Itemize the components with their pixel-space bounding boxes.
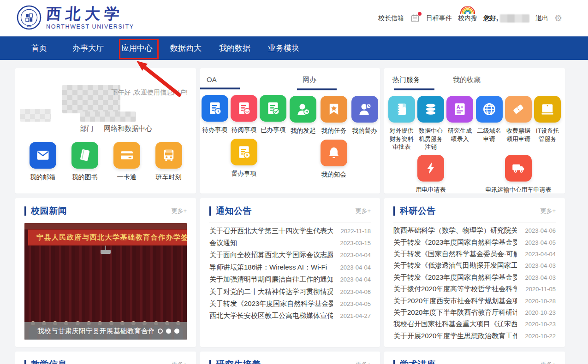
department-label: 部门 [80, 124, 94, 132]
app-shortcut[interactable]: 用电申请表 [387, 154, 475, 202]
news-photo-carousel[interactable]: 宁县人民政府与西北大学基础教育合作办学签约 我校与甘肃庆阳宁县开展基础教育合作办 [24, 223, 187, 340]
app-shortcut[interactable]: 待办事项 [200, 94, 229, 134]
research-item-title[interactable]: 关于转发《2023年度国家自然科学基金委 [393, 238, 517, 247]
notice-item-title[interactable]: 关于面向全校招募西北大学国际会议志愿者 [209, 251, 333, 259]
app-shortcut[interactable]: 一卡通 [106, 142, 148, 182]
university-name-cn: 西北大学 [46, 6, 135, 22]
research-item-row[interactable]: 关于2020年度下半年陕西省教育厅科研计2020-10-23 [393, 307, 556, 318]
nav-item[interactable]: 办事大厅 [64, 36, 113, 60]
research-item-title[interactable]: 关于转发《低渗透油气田勘探开发国家工程 [393, 261, 517, 270]
notice-item-row[interactable]: 导师讲坛第186讲：Wireless AI：Wi-Fi2023-04-04 [209, 261, 371, 273]
notice-item-title[interactable]: 关于对党的二十大精神传达学习贯彻情况开 [209, 288, 333, 296]
vertical-divider [288, 91, 288, 187]
app-shortcut[interactable]: 我的督办 [349, 95, 380, 135]
app-shortcut[interactable]: 数据中心机房服务注销 [416, 95, 445, 151]
research-item-row[interactable]: 关于转发《2023年度国家自然科学基金委2023-04-03 [393, 272, 556, 283]
database-icon [417, 96, 444, 123]
notice-item-title[interactable]: 关于转发《2023年度国家自然科学基金委 [209, 299, 333, 308]
nav-item[interactable]: 数据西大 [161, 36, 210, 60]
research-item-date: 2023-04-04 [525, 251, 556, 258]
research-item-title[interactable]: 陕西基础科学（数学、物理学）研究院关于 [393, 226, 517, 235]
research-item-row[interactable]: 我校召开国家社科基金重大项目《辽宋西夏2020-10-23 [393, 318, 556, 330]
research-item-title[interactable]: 我校召开国家社科基金重大项目《辽宋西夏 [393, 320, 517, 329]
notice-item-row[interactable]: 关于召开西北大学第三十四次学生代表大2022-11-18 [209, 225, 371, 237]
app-label: 我的知会 [321, 170, 346, 179]
nav-item[interactable]: 业务模块 [259, 36, 308, 60]
research-item-row[interactable]: 关于开展2020年度学生思想政治教育工作2020-10-22 [393, 330, 556, 342]
app-shortcut[interactable]: 我的邮箱 [22, 142, 64, 182]
notice-item-row[interactable]: 会议通知2023-03-15 [209, 237, 371, 249]
research-item-row[interactable]: 陕西基础科学（数学、物理学）研究院关于2023-04-06 [393, 225, 556, 236]
more-link[interactable]: 更多+ [355, 360, 371, 364]
app-shortcut[interactable]: 二级域名申请 [475, 95, 504, 151]
person-clock-icon [351, 96, 378, 123]
settings-gear-icon[interactable]: ⚙ [554, 14, 562, 23]
rainbow-icon [460, 6, 475, 15]
notice-item-row[interactable]: 关于面向全校招募西北大学国际会议志愿者2023-04-04 [209, 249, 371, 261]
university-logo[interactable]: 1902 西北大学 NORTHWEST UNIVERSITY [17, 5, 134, 32]
nav-item[interactable]: 首页 [15, 36, 64, 60]
campus-search-link[interactable]: 校内搜 [458, 14, 477, 23]
app-shortcut[interactable]: 已办事项 [259, 94, 288, 134]
app-shortcut[interactable]: 我的发起 [288, 95, 319, 135]
notice-item-title[interactable]: 关于召开西北大学第三十四次学生代表大 [209, 227, 333, 235]
tab-my-favorites[interactable]: 我的收藏 [453, 76, 481, 90]
president-mailbox-link[interactable]: 校长信箱 [378, 14, 404, 23]
carousel-dot[interactable] [166, 329, 171, 334]
tab-wangban[interactable]: 网办 [303, 76, 380, 84]
notice-item-row[interactable]: 关于转发《2023年度国家自然科学基金委2023-04-05 [209, 298, 371, 310]
logout-link[interactable]: 退出 [535, 14, 548, 23]
app-label: 我的邮箱 [30, 173, 56, 182]
more-link[interactable]: 更多+ [355, 207, 371, 215]
app-label: 二级域名申请 [475, 127, 503, 143]
research-item-title[interactable]: 关于2020年度下半年陕西省教育厅科研计 [393, 308, 517, 317]
app-shortcut[interactable]: 电讯运输中心用车申请表 [475, 154, 562, 202]
schedule-events-link[interactable]: 日程事件 [426, 14, 452, 23]
more-link[interactable]: 更多+ [171, 207, 187, 215]
notice-item-row[interactable]: 关于加强清明节期间廉洁自律工作的通知2023-04-04 [209, 274, 371, 286]
research-item-row[interactable]: 关于转发《低渗透油气田勘探开发国家工程2023-04-03 [393, 260, 556, 271]
app-shortcut[interactable]: A研究生成绩录入 [445, 95, 475, 151]
nav-item[interactable]: 应用中心 [113, 36, 161, 60]
notice-item-title[interactable]: 关于加强清明节期间廉洁自律工作的通知 [209, 275, 333, 284]
research-item-row[interactable]: 关于拨付2020年度高等学校哲学社会科学2020-11-05 [393, 283, 556, 295]
app-label: IT设备托管服务 [534, 127, 561, 143]
nav-item[interactable]: 我的数据 [210, 36, 259, 60]
research-item-title[interactable]: 关于转发《国家自然科学基金委员会-可解 [393, 250, 517, 258]
research-item-row[interactable]: 关于2020年度西安市社会科学规划基金项2020-10-28 [393, 295, 556, 306]
app-shortcut[interactable]: 班车时刻 [148, 142, 190, 182]
doc-read-icon [231, 95, 257, 122]
photo-wall [24, 223, 187, 229]
app-shortcut[interactable]: 我的图书 [64, 142, 106, 182]
app-shortcut[interactable]: 对外提供财务资料审批表 [387, 95, 416, 151]
research-item-row[interactable]: 关于转发《2023年度国家自然科学基金委2023-04-05 [393, 236, 556, 248]
section-accent-bar [24, 360, 26, 364]
research-item-title[interactable]: 关于转发《2023年度国家自然科学基金委 [393, 273, 517, 282]
notice-item-title[interactable]: 西北大学长安校区教工公寓电梯媒体宣传报 [209, 311, 333, 320]
more-link[interactable]: 更多+ [540, 360, 556, 364]
app-shortcut[interactable]: 我的知会 [288, 139, 380, 179]
truck-icon [505, 155, 532, 182]
research-item-row[interactable]: 关于转发《国家自然科学基金委员会-可解2023-04-04 [393, 248, 556, 260]
more-link[interactable]: 更多+ [171, 360, 187, 364]
app-shortcut[interactable]: IT设备托管服务 [533, 95, 562, 151]
notice-item-title[interactable]: 会议通知 [209, 239, 237, 247]
app-shortcut[interactable]: 收费票据领用申请 [504, 95, 533, 151]
tab-hot-services[interactable]: 热门服务 [392, 76, 434, 84]
tab-oa[interactable]: OA [207, 76, 288, 83]
notice-item-row[interactable]: 关于对党的二十大精神传达学习贯彻情况开2023-04-06 [209, 286, 371, 298]
portal-page: 1902 西北大学 NORTHWEST UNIVERSITY 校长信箱 日程事件 [0, 0, 588, 364]
carousel-dot[interactable] [174, 329, 179, 334]
app-shortcut[interactable]: 我的任务 [319, 95, 350, 135]
app-shortcut[interactable]: 待阅事项 [229, 94, 258, 134]
research-item-title[interactable]: 关于拨付2020年度高等学校哲学社会科学 [393, 285, 517, 294]
research-item-title[interactable]: 关于开展2020年度学生思想政治教育工作 [393, 332, 517, 341]
calendar-icon[interactable] [410, 13, 420, 23]
bottom-section-card: 研究生培养 更多+ [200, 352, 380, 364]
notice-item-title[interactable]: 导师讲坛第186讲：Wireless AI：Wi-Fi [209, 263, 327, 272]
notice-item-row[interactable]: 西北大学长安校区教工公寓电梯媒体宣传报2021-04-27 [209, 310, 371, 322]
carousel-dot[interactable] [158, 329, 163, 334]
more-link[interactable]: 更多+ [540, 207, 556, 215]
app-shortcut[interactable]: 督办事项 [200, 138, 288, 178]
research-item-title[interactable]: 关于2020年度西安市社会科学规划基金项 [393, 297, 517, 305]
